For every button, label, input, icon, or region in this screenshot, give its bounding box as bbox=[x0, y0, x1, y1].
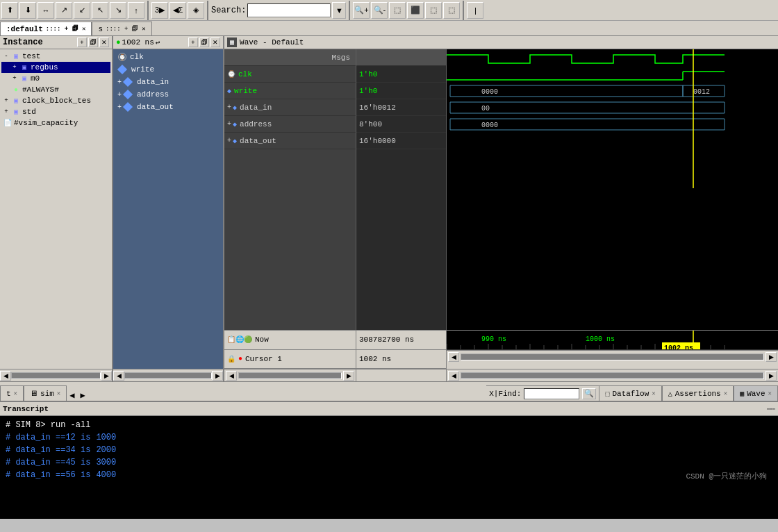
expand-m0[interactable]: + bbox=[11, 75, 18, 82]
tree-item-regbus[interactable]: + ▣ regbus bbox=[1, 62, 110, 73]
tree-item-m0[interactable]: + ▣ m0 bbox=[1, 73, 110, 84]
instance-dock-btn[interactable]: 🗐 bbox=[88, 38, 98, 47]
expand-address-wave[interactable]: + bbox=[227, 120, 231, 128]
zoom-btn2[interactable]: ⬚ bbox=[425, 2, 442, 19]
toolbar-btn-8[interactable]: ↑ bbox=[128, 2, 144, 19]
wave-tab-label: Wave bbox=[747, 390, 765, 398]
sim-dock-btn[interactable]: 🗐 bbox=[199, 38, 209, 47]
signal-row-address[interactable]: + ◆ address bbox=[224, 116, 356, 133]
tree-item-clock[interactable]: + ▣ clock_block_tes bbox=[1, 95, 110, 106]
instance-add-btn[interactable]: + bbox=[77, 38, 87, 47]
sim-item-write[interactable]: write bbox=[115, 63, 222, 76]
expand-dataout-wave[interactable]: + bbox=[227, 137, 231, 144]
find-input[interactable] bbox=[524, 388, 579, 399]
val-row-address: 8'h00 bbox=[356, 116, 446, 133]
sim-item-dataout[interactable]: + data_out bbox=[115, 101, 222, 113]
wave-close[interactable]: ✕ bbox=[768, 390, 772, 397]
sim-scroll-right[interactable]: ▶ bbox=[212, 371, 223, 381]
tab-left-small[interactable]: t ✕ bbox=[0, 385, 24, 401]
toolbar-btn-10[interactable]: ◀Σ bbox=[169, 2, 186, 19]
instance-scroll-track[interactable] bbox=[11, 372, 101, 379]
tab-sim[interactable]: s :::: + 🗐 ✕ bbox=[92, 22, 151, 35]
tab-default[interactable]: :default :::: + 🗐 ✕ bbox=[0, 22, 92, 35]
tab-nav-btn2[interactable]: ▶ bbox=[78, 390, 88, 401]
search-dropdown-btn[interactable]: ▼ bbox=[332, 2, 346, 19]
tab-nav-btn[interactable]: ◀ bbox=[67, 390, 77, 401]
sim-close-btn[interactable]: ✕ bbox=[210, 38, 220, 47]
signal-row-write[interactable]: ◆ write bbox=[224, 83, 356, 99]
address-signal-icon bbox=[123, 90, 133, 99]
sim-nav-icon: ↩ bbox=[156, 38, 160, 47]
transcript-header: Transcript ⋯⋯ bbox=[0, 402, 778, 416]
wave-left-arr[interactable]: ◀ bbox=[448, 371, 459, 381]
signal-row-dataout[interactable]: + ◆ data_out bbox=[224, 133, 356, 149]
search-input[interactable] bbox=[247, 3, 331, 17]
instance-scroll-right[interactable]: ▶ bbox=[101, 371, 112, 381]
tree-label-vsim: #vsim_capacity bbox=[14, 119, 78, 127]
toolbar-btn-6[interactable]: ↖ bbox=[92, 2, 108, 19]
wave-scroll-track[interactable] bbox=[461, 354, 764, 360]
toolbar-btn-3[interactable]: ↔ bbox=[38, 2, 54, 19]
tab-wave[interactable]: ▦ Wave ✕ bbox=[734, 385, 778, 401]
wave-status-time: 990 ns 1000 ns 1002 ns ◀ ▶ bbox=[447, 331, 778, 369]
tree-item-test[interactable]: - ▣ test bbox=[1, 51, 110, 62]
snap-btn[interactable]: | bbox=[467, 2, 483, 19]
expand-dataout-icon[interactable]: + bbox=[117, 103, 122, 111]
toolbar-btn-1[interactable]: ⬆ bbox=[1, 2, 18, 19]
expand-datain-wave[interactable]: + bbox=[227, 103, 231, 111]
write-type-icon: ◆ bbox=[227, 87, 231, 95]
sim-panel: ● 1002 ns ↩ + 🗐 ✕ ⌚ clk write bbox=[113, 36, 224, 381]
zoom-out-btn[interactable]: 🔍- bbox=[371, 2, 388, 19]
toolbar-btn-7[interactable]: ↘ bbox=[110, 2, 126, 19]
wave-scroll-left[interactable]: ◀ bbox=[448, 352, 459, 362]
tab-sim-close[interactable]: ✕ bbox=[57, 390, 60, 397]
wave-right-arr[interactable]: ▶ bbox=[765, 371, 777, 381]
wave-scroll-right[interactable]: ▶ bbox=[765, 352, 777, 362]
signal-row-datain[interactable]: + ◆ data_in bbox=[224, 99, 356, 116]
expand-regbus[interactable]: + bbox=[11, 64, 18, 71]
tab-dataflow[interactable]: ⬚ Dataflow ✕ bbox=[599, 385, 661, 401]
sim-scroll-track[interactable] bbox=[124, 372, 212, 379]
zoom-sel-btn[interactable]: ⬛ bbox=[407, 2, 424, 19]
zoom-btn3[interactable]: ⬚ bbox=[443, 2, 460, 19]
tab-sim-controls: :::: + 🗐 ✕ bbox=[106, 25, 146, 33]
toolbar-btn-9[interactable]: 3▶ bbox=[151, 2, 168, 19]
sim-add-btn[interactable]: + bbox=[188, 38, 198, 47]
find-icon-btn[interactable]: 🔍 bbox=[582, 388, 596, 399]
tab-sim-bottom[interactable]: 🖥 sim ✕ bbox=[24, 385, 67, 401]
expand-clock[interactable]: + bbox=[3, 97, 10, 104]
tree-item-always[interactable]: ● #ALWAYS# bbox=[1, 84, 110, 95]
sim-item-datain[interactable]: + data_in bbox=[115, 76, 222, 88]
instance-scroll-left[interactable]: ◀ bbox=[0, 371, 11, 381]
expand-test[interactable]: - bbox=[3, 53, 10, 60]
expand-std[interactable]: + bbox=[3, 108, 10, 115]
tab-left-close[interactable]: ✕ bbox=[14, 390, 17, 397]
expand-datain-icon[interactable]: + bbox=[117, 78, 122, 86]
cursor1-val-row: 1002 ns bbox=[356, 350, 446, 369]
names-scroll-r[interactable]: ▶ bbox=[343, 371, 354, 381]
names-scroll-l[interactable]: ◀ bbox=[226, 371, 237, 381]
datain-val-left: 0000 bbox=[481, 88, 498, 96]
toolbar-btn-4[interactable]: ↗ bbox=[56, 2, 72, 19]
toolbar-btn-11[interactable]: ◈ bbox=[188, 2, 204, 19]
names-scroll-track[interactable] bbox=[238, 372, 342, 379]
zoom-in-btn[interactable]: 🔍+ bbox=[353, 2, 370, 19]
sim-item-address[interactable]: + address bbox=[115, 88, 222, 101]
toolbar-btn-2[interactable]: ⬇ bbox=[19, 2, 36, 19]
zoom-fit-btn[interactable]: ⬚ bbox=[389, 2, 406, 19]
tree-item-std[interactable]: + ▣ std bbox=[1, 106, 110, 117]
wave-panel-header: ▦ Wave - Default bbox=[224, 36, 778, 49]
wave-main-scroll[interactable] bbox=[461, 372, 764, 379]
tab-assertions[interactable]: △ Assertions ✕ bbox=[662, 385, 734, 401]
sim-item-clk[interactable]: ⌚ clk bbox=[115, 51, 222, 63]
instance-close-btn[interactable]: ✕ bbox=[99, 38, 109, 47]
signal-row-clk[interactable]: ⌚ clk bbox=[224, 66, 356, 83]
val-row-dataout: 16'h0000 bbox=[356, 133, 446, 149]
dataflow-close[interactable]: ✕ bbox=[652, 390, 655, 397]
sim-scroll-left[interactable]: ◀ bbox=[113, 371, 124, 381]
toolbar-btn-5[interactable]: ↙ bbox=[74, 2, 90, 19]
expand-address-icon[interactable]: + bbox=[117, 91, 122, 99]
tree-item-vsim[interactable]: 📄 #vsim_capacity bbox=[1, 117, 110, 128]
assertions-close[interactable]: ✕ bbox=[724, 390, 727, 397]
sep3 bbox=[349, 1, 350, 20]
